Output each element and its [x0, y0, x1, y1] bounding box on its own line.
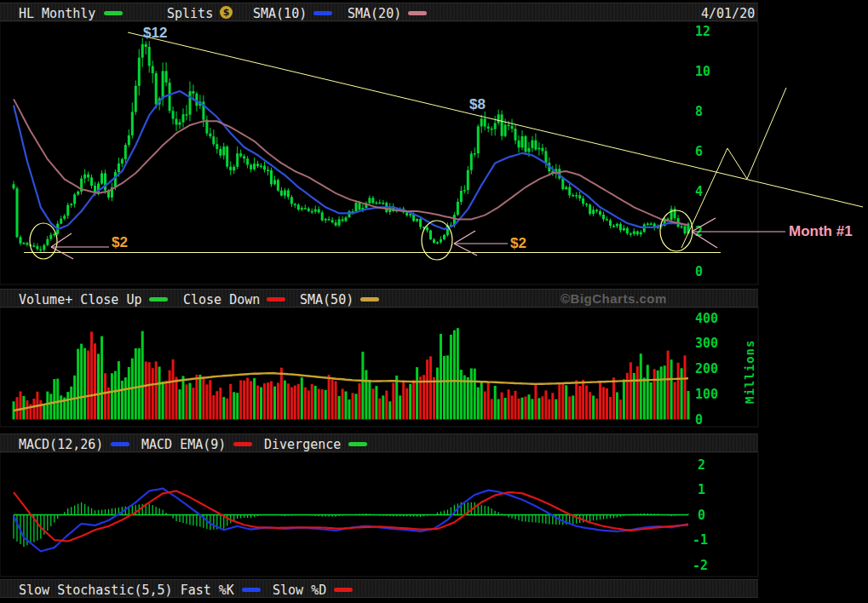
volume-unit-label: Millions — [743, 340, 756, 404]
macd-label: MACD(12,26) — [19, 437, 103, 452]
svg-text:12: 12 — [695, 24, 710, 39]
annotation-low2-2: $2 — [510, 235, 526, 252]
splits-label: Splits — [167, 6, 213, 21]
volume-up-swatch — [149, 297, 168, 302]
macd-legend-bar: MACD(12,26) MACD EMA(9) Divergence — [0, 434, 758, 452]
svg-text:2: 2 — [698, 457, 705, 473]
svg-text:300: 300 — [695, 336, 718, 351]
macd-swatch — [111, 442, 129, 446]
annotation-month-1: Month #1 — [789, 223, 853, 240]
svg-text:200: 200 — [695, 361, 718, 376]
annotation-peak-8: $8 — [469, 96, 486, 113]
svg-text:1: 1 — [698, 482, 705, 497]
sma10-label: SMA(10) — [253, 6, 307, 21]
splits-coin-icon: $ — [220, 6, 233, 19]
main-legend-bar: HL Monthly Splits $ SMA(10) SMA(20) 4/01… — [0, 3, 758, 21]
stochastic-legend-bar: Slow Stochastic(5,5) Fast %K Slow %D — [0, 579, 758, 598]
divergence-label: Divergence — [264, 437, 341, 452]
price-legend-swatch — [104, 11, 123, 15]
sma50-swatch — [360, 297, 379, 302]
chart-date: 4/01/20 — [701, 6, 755, 21]
svg-text:0: 0 — [698, 508, 705, 523]
stochastic-label: Slow Stochastic(5,5) Fast %K — [19, 583, 234, 598]
divergence-swatch — [348, 442, 367, 446]
svg-text:-1: -1 — [693, 532, 708, 548]
svg-text:400: 400 — [695, 311, 718, 326]
slow-d-label: Slow %D — [273, 583, 326, 598]
bigcharts-watermark: ©BigCharts.com — [560, 291, 667, 306]
sma10-legend-swatch — [313, 11, 332, 15]
pane-backgrounds — [0, 21, 758, 603]
macd-ema-label: MACD EMA(9) — [141, 437, 226, 452]
svg-text:100: 100 — [695, 387, 718, 402]
svg-text:0: 0 — [695, 264, 703, 279]
sma20-label: SMA(20) — [348, 6, 401, 21]
macd-ema-swatch — [233, 442, 252, 446]
svg-text:-2: -2 — [693, 558, 708, 573]
svg-text:4: 4 — [695, 184, 703, 199]
svg-text:6: 6 — [695, 144, 703, 159]
close-down-swatch — [267, 297, 285, 302]
sma20-legend-swatch — [408, 11, 427, 15]
slow-d-swatch — [334, 588, 353, 592]
annotation-low1-2: $2 — [112, 234, 128, 251]
annotation-peak-12: $12 — [143, 25, 167, 42]
svg-text:10: 10 — [695, 64, 710, 79]
svg-text:0: 0 — [695, 412, 703, 428]
close-down-label: Close Down — [183, 292, 260, 307]
sma50-label: SMA(50) — [300, 292, 354, 307]
fast-k-swatch — [242, 588, 261, 592]
bigcharts-stock-chart: 1210864204003002001000210-1-2 HL Monthly… — [0, 0, 868, 603]
svg-text:8: 8 — [695, 104, 703, 119]
symbol-label: HL Monthly — [19, 6, 95, 21]
volume-up-label: Volume+ Close Up — [19, 292, 142, 307]
